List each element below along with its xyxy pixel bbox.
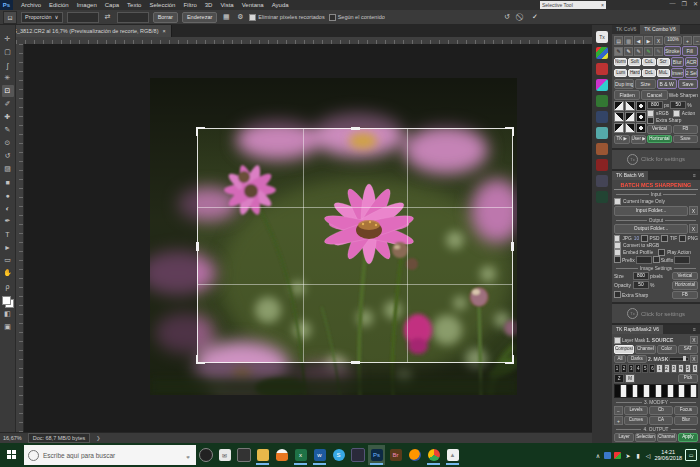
mask-close-button[interactable]: X <box>690 355 698 363</box>
gradient-tool[interactable]: ■ <box>2 176 14 188</box>
save-button[interactable]: Save <box>678 79 698 89</box>
batch-fb-button[interactable]: FB <box>672 291 698 300</box>
select-2-button[interactable]: 2 Select <box>685 68 698 78</box>
stroke-button[interactable]: Stroke <box>664 46 681 56</box>
tk-panel-icon-2[interactable] <box>596 47 608 59</box>
mask-thumbnail-grid[interactable] <box>614 101 646 133</box>
menu-seleccion[interactable]: Selección <box>145 2 179 8</box>
tk-menu-button[interactable]: TK ▶ <box>614 135 630 144</box>
output-apply-button[interactable]: Apply <box>678 433 698 442</box>
paint-white-icon[interactable]: ✎ <box>624 47 633 56</box>
user-menu-button[interactable]: User ▶ <box>631 135 647 144</box>
ratio-preset-dropdown[interactable]: Proporción ∨ <box>21 12 63 23</box>
batch-vertical-button[interactable]: Vertical <box>672 272 698 281</box>
gear-icon[interactable]: ⚙ <box>235 12 245 22</box>
zone-piano-strip[interactable] <box>614 384 698 398</box>
close-doc-button[interactable]: X <box>654 36 663 45</box>
status-arrow-icon[interactable]: ❯ <box>96 435 100 441</box>
foreground-color-swatch[interactable] <box>2 296 11 305</box>
output-selection-button[interactable]: Selection <box>635 433 655 442</box>
crop-tool-icon[interactable]: ⊡ <box>3 11 17 24</box>
type-tool[interactable]: T <box>2 228 14 240</box>
prefix-checkbox[interactable] <box>614 256 621 263</box>
source-sat-button[interactable]: SAT <box>678 345 698 354</box>
tray-pointer-icon[interactable]: ➤ <box>624 452 631 459</box>
darks-zone-3[interactable]: 3 <box>628 364 634 373</box>
move-tool[interactable]: ✛ <box>2 33 14 45</box>
input-folder-button[interactable]: Input Folder... <box>614 206 688 216</box>
output-folder-button[interactable]: Output Folder... <box>614 224 688 234</box>
crop-handle-bottom-right[interactable] <box>505 355 514 364</box>
new-doc-icon[interactable]: ▤ <box>614 36 623 45</box>
taskbar-image-viewer-icon[interactable]: ▲ <box>444 445 461 465</box>
tk-panel-icon-10[interactable] <box>596 175 608 187</box>
menu-archivo[interactable]: Archivo <box>17 2 45 8</box>
levels-button[interactable]: Levels <box>624 406 648 415</box>
quick-selection-tool[interactable]: ✳ <box>2 72 14 84</box>
tk-panel-icon-8[interactable] <box>596 143 608 155</box>
crop-handle-top[interactable] <box>351 127 360 130</box>
darks-zone-6[interactable]: 6 <box>649 364 655 373</box>
output-layer-button[interactable]: Layer <box>614 433 634 442</box>
straighten-button[interactable]: Enderezar <box>182 12 217 23</box>
paint-green-icon[interactable]: ✎ <box>644 47 653 56</box>
floating-panel-titlebar[interactable]: Selective Tool × <box>540 1 606 9</box>
zoom-out-button[interactable]: − <box>693 36 700 45</box>
lights-zone-2[interactable]: 2 <box>664 364 670 373</box>
crop-handle-right[interactable] <box>511 242 514 251</box>
eyedropper-tool[interactable]: ✐ <box>2 98 14 110</box>
output-channel-button[interactable]: Channel <box>657 433 677 442</box>
action-center-icon[interactable]: ▭ <box>685 449 697 461</box>
spot-healing-tool[interactable]: ✚ <box>2 111 14 123</box>
close-button[interactable]: ✕ <box>693 0 698 7</box>
photo-image[interactable] <box>150 78 517 395</box>
quick-mask-button[interactable]: ◧ <box>2 308 14 320</box>
ws-horizontal-button[interactable]: Horizontal <box>647 135 672 144</box>
lights-zone-4[interactable]: 4 <box>678 364 684 373</box>
batch-extra-sharp-checkbox[interactable] <box>614 291 621 298</box>
crop-handle-bottom-left[interactable] <box>196 355 205 364</box>
ws-vertical-button[interactable]: Vertical <box>647 125 672 134</box>
tray-caret-icon[interactable]: ∧ <box>594 452 601 459</box>
taskbar-mail-icon[interactable]: ✉ <box>216 445 233 465</box>
menu-ayuda[interactable]: Ayuda <box>268 2 293 8</box>
dup-img-button[interactable]: Dup img <box>614 79 634 89</box>
modify-minus-button[interactable]: − <box>614 406 623 415</box>
combo-settings-hint[interactable]: Tx Click for settings <box>612 150 700 171</box>
blend-hard-button[interactable]: Hard <box>628 69 641 78</box>
crop-handle-bottom[interactable] <box>351 361 360 364</box>
tray-battery-icon[interactable]: ▮ <box>634 452 641 459</box>
swap-dimensions-icon[interactable]: ⇄ <box>103 12 113 22</box>
mask-all-button[interactable]: All <box>614 355 626 364</box>
taskbar-bridge-icon[interactable]: Br <box>387 445 404 465</box>
next-icon[interactable]: ▶ <box>644 36 653 45</box>
restore-button[interactable]: ❐ <box>682 0 687 7</box>
blend-dcl-button[interactable]: DcL <box>642 69 655 78</box>
lights-zone-1[interactable]: 1 <box>656 364 662 373</box>
mask-slider[interactable] <box>669 357 689 361</box>
color-swatches[interactable] <box>2 296 14 308</box>
acr-button[interactable]: ACR <box>685 57 698 67</box>
taskbar-photoshop-icon[interactable]: Ps <box>368 445 385 465</box>
ws-amount-field[interactable]: 50 <box>670 101 686 109</box>
crop-handle-top-right[interactable] <box>505 127 514 136</box>
ws-size-field[interactable]: 800 <box>647 101 663 109</box>
ratio-width-input[interactable] <box>67 12 99 23</box>
dodge-tool[interactable]: ◐ <box>2 202 14 214</box>
darks-zone-1[interactable]: 1 <box>614 364 620 373</box>
tray-color-icon[interactable] <box>614 452 621 459</box>
menu-vista[interactable]: Vista <box>216 2 237 8</box>
size-button[interactable]: Size <box>635 79 655 89</box>
tk-panel-icon-9[interactable] <box>596 159 608 171</box>
source-channel-button[interactable]: Channel <box>635 345 655 354</box>
tk-panel-icon-6[interactable] <box>596 111 608 123</box>
zone-m-button[interactable]: M <box>625 374 635 383</box>
prefix-field[interactable] <box>636 256 652 264</box>
blur-modify-button[interactable]: Blur <box>674 416 698 425</box>
microphone-icon[interactable]: ᵩ <box>184 452 192 459</box>
content-aware-checkbox[interactable]: Según el contenido <box>329 14 385 21</box>
paint-soft-icon[interactable]: ✎ <box>654 47 663 56</box>
embed-profile-checkbox[interactable] <box>614 249 621 256</box>
panel-menu-icon[interactable]: ≡ <box>689 325 700 334</box>
source-close-button[interactable]: X <box>690 336 698 344</box>
